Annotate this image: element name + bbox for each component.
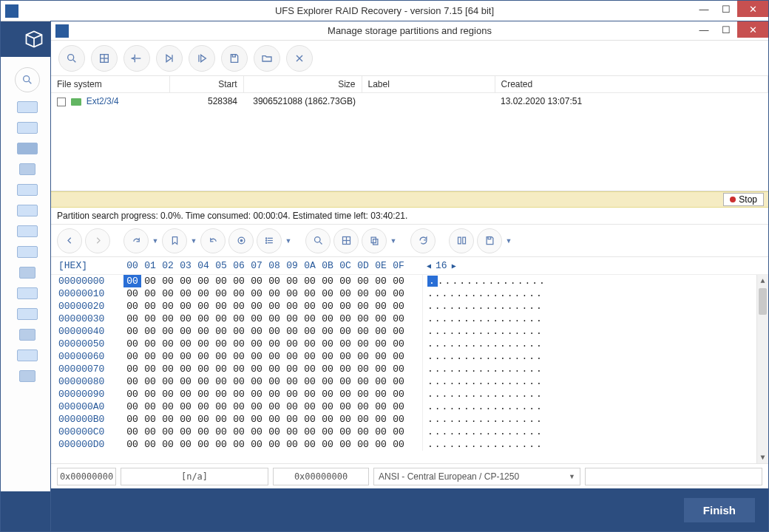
scroll-thumb[interactable]: [759, 288, 767, 315]
hex-row[interactable]: 0000003000000000000000000000000000000000…: [58, 313, 761, 325]
hex-row[interactable]: 000000C000000000000000000000000000000000…: [58, 426, 761, 438]
hex-row[interactable]: 000000A000000000000000000000000000000000…: [58, 400, 761, 413]
hex-row[interactable]: 000000B000000000000000000000000000000000…: [58, 413, 761, 426]
disk-save-icon[interactable]: [477, 228, 502, 253]
search-icon[interactable]: [58, 45, 85, 72]
hex-body[interactable]: 0000000000000000000000000000000000000000…: [51, 275, 768, 452]
hex-scrollbar[interactable]: ▲ ▼: [756, 275, 768, 463]
hex-bytes[interactable]: 00000000000000000000000000000000: [123, 325, 407, 338]
row-checkbox[interactable]: [57, 98, 66, 106]
hex-ascii[interactable]: ................: [422, 400, 543, 413]
hex-row[interactable]: 0000004000000000000000000000000000000000…: [58, 325, 761, 338]
scroll-down-icon[interactable]: ▼: [757, 451, 768, 463]
hex-ascii[interactable]: ................: [422, 375, 543, 388]
hex-ascii[interactable]: ................: [422, 313, 543, 325]
device-item[interactable]: [17, 143, 38, 154]
hex-ascii[interactable]: ................: [422, 413, 543, 426]
hex-row[interactable]: 0000000000000000000000000000000000000000…: [58, 275, 761, 287]
hex-ascii[interactable]: ................: [422, 426, 543, 438]
hex-bytes[interactable]: 00000000000000000000000000000000: [123, 413, 407, 426]
device-item[interactable]: [17, 184, 38, 196]
hex-row[interactable]: 0000006000000000000000000000000000000000…: [58, 350, 761, 363]
dropdown-icon[interactable]: ▼: [505, 237, 512, 245]
minimize-button[interactable]: —: [693, 1, 715, 17]
device-item[interactable]: [19, 370, 35, 382]
cancel-icon[interactable]: [286, 45, 313, 72]
list-icon[interactable]: [257, 228, 282, 253]
triangle-left-icon[interactable]: ◀: [427, 262, 431, 270]
hex-row[interactable]: 0000007000000000000000000000000000000000…: [58, 363, 761, 375]
finish-button[interactable]: Finish: [684, 498, 755, 522]
hex-row[interactable]: 0000009000000000000000000000000000000000…: [58, 388, 761, 400]
hex-ascii[interactable]: ................: [422, 350, 543, 363]
device-item[interactable]: [17, 246, 38, 258]
hex-bytes[interactable]: 00000000000000000000000000000000: [123, 388, 407, 400]
col-size[interactable]: Size: [243, 76, 362, 93]
encoding-selector[interactable]: ANSI - Central European / CP-1250 ▼: [373, 468, 580, 485]
refresh-icon[interactable]: [410, 228, 436, 253]
dropdown-icon[interactable]: ▼: [152, 237, 159, 245]
target-icon[interactable]: [228, 228, 254, 253]
hex-bytes[interactable]: 00000000000000000000000000000000: [123, 426, 407, 438]
col-start[interactable]: Start: [169, 76, 243, 93]
modal-maximize-button[interactable]: ☐: [715, 21, 737, 38]
device-item[interactable]: [17, 205, 38, 216]
bookmark-icon[interactable]: [162, 228, 187, 253]
device-item[interactable]: [17, 225, 38, 237]
stop-button[interactable]: Stop: [723, 193, 764, 206]
hex-bytes[interactable]: 00000000000000000000000000000000: [123, 275, 407, 287]
hex-bytes[interactable]: 00000000000000000000000000000000: [123, 300, 407, 313]
hex-bytes[interactable]: 00000000000000000000000000000000: [123, 375, 407, 388]
hex-row[interactable]: 0000008000000000000000000000000000000000…: [58, 375, 761, 388]
grid-icon[interactable]: [91, 45, 118, 72]
hex-ascii[interactable]: ................: [422, 338, 543, 350]
play-icon[interactable]: [189, 45, 215, 72]
hex-ascii[interactable]: ................: [422, 363, 543, 375]
dropdown-icon[interactable]: ▼: [190, 237, 197, 245]
hex-ascii[interactable]: ................: [422, 287, 543, 300]
hex-bytes[interactable]: 00000000000000000000000000000000: [123, 400, 407, 413]
col-created[interactable]: Created: [495, 76, 768, 93]
scroll-up-icon[interactable]: ▲: [757, 275, 768, 287]
hex-ascii[interactable]: ................: [422, 275, 546, 287]
step-forward-icon[interactable]: [156, 45, 183, 72]
dropdown-icon[interactable]: ▼: [285, 237, 292, 245]
ascii-width-control[interactable]: ◀ 16 ▶: [427, 260, 456, 271]
hex-ascii[interactable]: ................: [422, 388, 543, 400]
search-icon[interactable]: [305, 228, 331, 253]
undo-icon[interactable]: [200, 228, 226, 253]
save-icon[interactable]: [221, 45, 248, 72]
modal-close-button[interactable]: ✕: [737, 21, 768, 38]
triangle-right-icon[interactable]: ▶: [452, 262, 456, 270]
step-back-icon[interactable]: [123, 45, 150, 72]
hex-row[interactable]: 000000D000000000000000000000000000000000…: [58, 438, 761, 451]
hex-bytes[interactable]: 00000000000000000000000000000000: [123, 350, 407, 363]
hex-bytes[interactable]: 00000000000000000000000000000000: [123, 438, 407, 451]
device-item[interactable]: [19, 329, 35, 341]
back-icon[interactable]: [57, 228, 82, 253]
hex-ascii[interactable]: ................: [422, 300, 543, 313]
col-label[interactable]: Label: [362, 76, 495, 93]
hex-ascii[interactable]: ................: [422, 438, 543, 451]
device-item[interactable]: [17, 101, 38, 113]
partition-row[interactable]: Ext2/3/4 528384 3906521088 (1862.73GB) 1…: [51, 93, 768, 110]
device-item[interactable]: [17, 349, 38, 361]
columns-icon[interactable]: [449, 228, 474, 253]
hex-bytes[interactable]: 00000000000000000000000000000000: [123, 313, 407, 325]
device-item[interactable]: [17, 287, 38, 299]
device-item[interactable]: [19, 267, 35, 279]
hex-bytes[interactable]: 00000000000000000000000000000000: [123, 287, 407, 300]
hex-ascii[interactable]: ................: [422, 325, 543, 338]
redo-arrow-icon[interactable]: [123, 228, 149, 253]
modal-minimize-button[interactable]: —: [693, 21, 715, 38]
dropdown-icon[interactable]: ▼: [390, 237, 397, 245]
hex-row[interactable]: 0000005000000000000000000000000000000000…: [58, 338, 761, 350]
col-file-system[interactable]: File system: [51, 76, 169, 93]
hex-bytes[interactable]: 00000000000000000000000000000000: [123, 338, 407, 350]
grid-icon[interactable]: [333, 228, 359, 253]
hex-bytes[interactable]: 00000000000000000000000000000000: [123, 363, 407, 375]
hex-row[interactable]: 0000001000000000000000000000000000000000…: [58, 287, 761, 300]
hex-row[interactable]: 0000002000000000000000000000000000000000…: [58, 300, 761, 313]
forward-icon[interactable]: [85, 228, 110, 253]
sidebar-search-icon[interactable]: [15, 67, 40, 92]
